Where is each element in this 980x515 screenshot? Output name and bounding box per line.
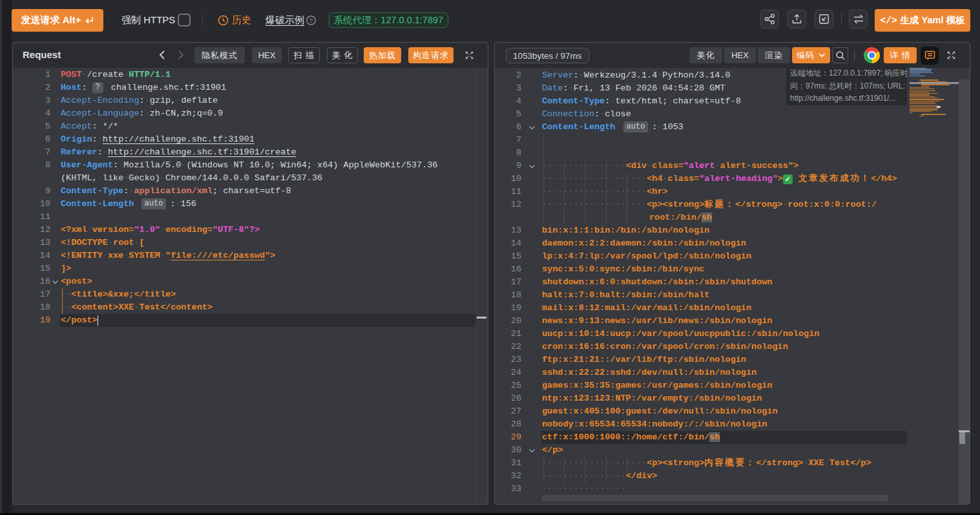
svg-text:?: ? xyxy=(309,17,313,24)
